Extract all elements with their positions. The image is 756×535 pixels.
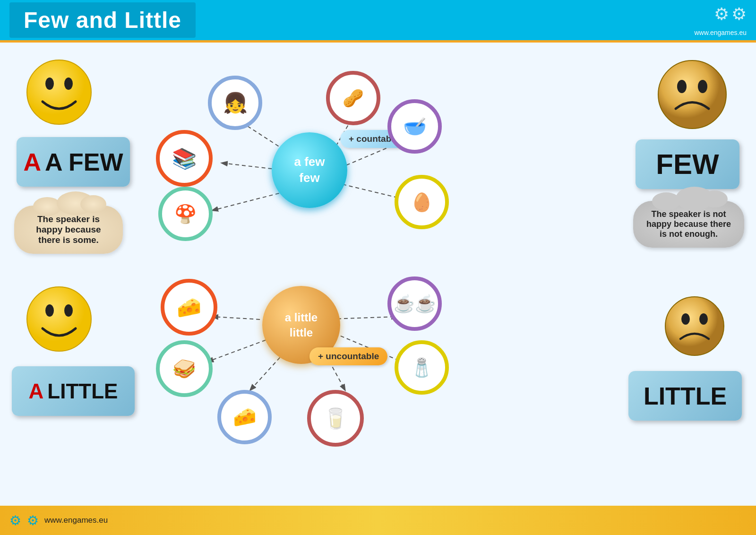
svg-point-16 (45, 304, 54, 317)
footer-gear-1: ⚙ (9, 513, 21, 528)
sad-smiley-right-bottom (664, 295, 725, 357)
svg-point-13 (45, 78, 54, 90)
svg-point-19 (677, 80, 687, 93)
circle-sandwich: 🥪 (156, 340, 213, 397)
gear-icons: ⚙ ⚙ (714, 4, 747, 24)
header-title-box: Few and Little (9, 2, 196, 38)
a-letter-few: A (23, 148, 41, 176)
footer-url: www.engames.eu (44, 516, 108, 525)
svg-point-22 (681, 313, 690, 325)
little-right-box: LITTLE (628, 371, 742, 421)
sad-smiley-right-top (657, 59, 728, 130)
a-few-box: A A FEW (17, 137, 130, 187)
uncountable-label: + uncountable (309, 347, 387, 365)
few-right-label: FEW (656, 148, 719, 181)
circle-mushrooms: 🍄 (158, 187, 213, 241)
center-little-label: a littlelittle (285, 310, 318, 339)
header-gear-area: ⚙ ⚙ www.engames.eu (694, 4, 747, 36)
main-content: A A FEW The speaker is happy because the… (0, 45, 756, 504)
a-letter-little: A (29, 380, 44, 403)
circle-nuts: 🥜 (326, 71, 380, 125)
a-little-box: A LITTLE (12, 366, 135, 416)
happy-smiley-left-top (26, 59, 92, 125)
svg-point-21 (665, 297, 724, 355)
cloud-sad: The speaker is not happy because there i… (633, 201, 744, 248)
svg-point-15 (27, 287, 91, 351)
few-label: A FEW (45, 148, 123, 176)
center-few-node: a fewfew (272, 132, 347, 208)
circle-kids: 👧 (208, 76, 262, 130)
uncountable-text: + uncountable (318, 351, 379, 361)
few-right-box: FEW (636, 139, 739, 189)
header-url: www.engames.eu (694, 29, 747, 36)
gear-icon-1: ⚙ (714, 4, 729, 24)
svg-point-23 (699, 313, 708, 325)
header: Few and Little ⚙ ⚙ www.engames.eu (0, 0, 756, 43)
circle-milk: 🥛 (307, 390, 364, 447)
circle-eggs: 🥚 (395, 175, 449, 229)
cloud-happy-text: The speaker is happy because there is so… (36, 214, 101, 245)
svg-point-12 (27, 60, 91, 124)
happy-smiley-left-bottom (26, 286, 92, 352)
circle-cheese-block: 🧀 (217, 390, 272, 444)
page-title: Few and Little (24, 8, 181, 33)
cloud-sad-text: The speaker is not happy because there i… (646, 209, 731, 239)
circle-books: 📚 (156, 130, 213, 187)
circle-bowl: 🥣 (387, 99, 442, 154)
footer-gear-2: ⚙ (27, 513, 39, 528)
svg-point-18 (658, 60, 726, 129)
footer: ⚙ ⚙ www.engames.eu (0, 506, 756, 535)
circle-salt: 🧂 (395, 340, 449, 395)
svg-point-14 (64, 78, 73, 90)
center-few-label: a fewfew (294, 154, 325, 186)
svg-point-20 (698, 80, 707, 93)
little-right-label: LITTLE (644, 382, 727, 410)
gear-icon-2: ⚙ (731, 4, 747, 24)
little-label: LITTLE (47, 380, 118, 403)
svg-point-17 (64, 304, 73, 317)
circle-cheese-wedge: 🧀 (161, 279, 217, 336)
cloud-happy: The speaker is happy because there is so… (14, 206, 123, 254)
circle-coffee: ☕☕ (387, 276, 442, 331)
svg-line-7 (331, 317, 397, 319)
diagram-lines (0, 45, 756, 504)
